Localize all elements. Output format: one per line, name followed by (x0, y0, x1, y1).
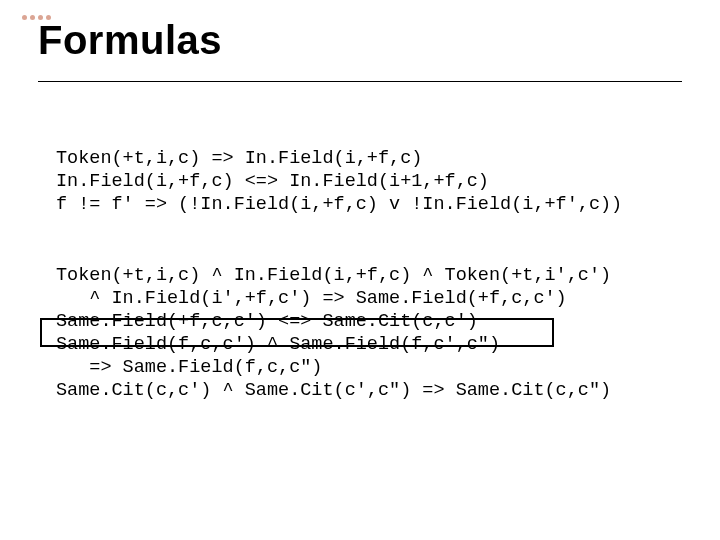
formula-line: Same.Field(f,c,c') ^ Same.Field(f,c',c") (56, 334, 500, 355)
spacer (56, 217, 666, 241)
formula-line: In.Field(i,+f,c) <=> In.Field(i+1,+f,c) (56, 171, 489, 192)
formula-line: f != f' => (!In.Field(i,+f,c) v !In.Fiel… (56, 194, 622, 215)
formula-body: Token(+t,i,c) => In.Field(i,+f,c) In.Fie… (56, 124, 666, 426)
formula-line: Same.Cit(c,c') ^ Same.Cit(c',c") => Same… (56, 380, 611, 401)
dot-icon (22, 15, 27, 20)
dot-icon (30, 15, 35, 20)
formula-line: Same.Field(+f,c,c') <=> Same.Cit(c,c') (56, 311, 478, 332)
formula-line: => Same.Field(f,c,c") (56, 357, 322, 378)
slide: Formulas Token(+t,i,c) => In.Field(i,+f,… (0, 0, 720, 540)
slide-title: Formulas (38, 18, 682, 63)
formula-line: Token(+t,i,c) => In.Field(i,+f,c) (56, 148, 422, 169)
formula-line: ^ In.Field(i',+f,c') => Same.Field(+f,c,… (56, 288, 567, 309)
title-block: Formulas (38, 18, 682, 82)
formula-line: Token(+t,i,c) ^ In.Field(i,+f,c) ^ Token… (56, 265, 611, 286)
